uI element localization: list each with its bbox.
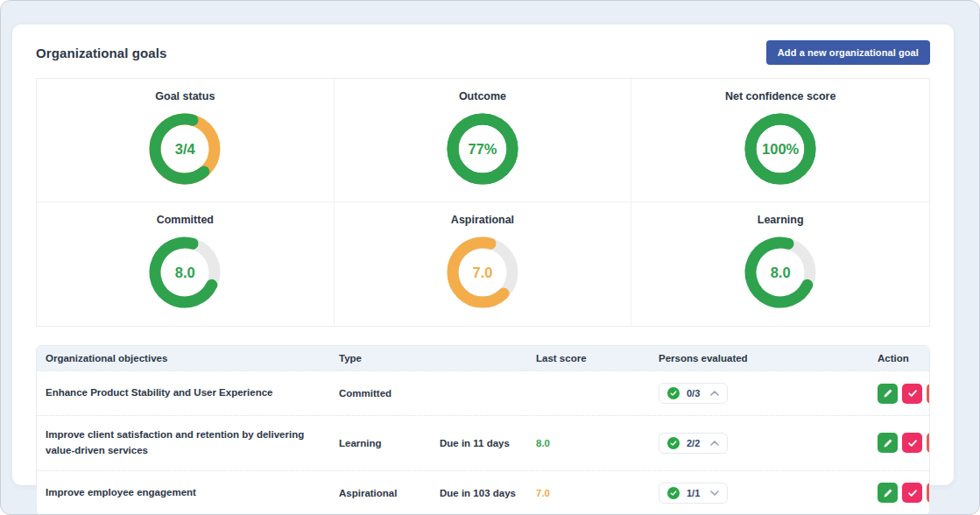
gauge-committed: Committed 8.0 [37,202,335,326]
row-actions [878,433,930,453]
gauge-label: Outcome [459,90,506,102]
objective-name: Improve employee engagement [46,485,339,501]
table-row: Enhance Product Stability and User Exper… [37,370,929,415]
gauge-value: 3/4 [145,109,225,189]
edit-button[interactable] [878,433,898,453]
objective-due: Due in 103 days [440,488,536,498]
evaluated-count: 0/3 [687,388,700,399]
header-last-score: Last score [536,353,659,363]
last-score-value: 7.0 [536,488,659,498]
header-action: Action [878,353,921,363]
row-actions [878,384,930,404]
learning-donut-chart: 8.0 [740,232,821,313]
gauge-value: 100% [740,109,821,189]
card-header: Organizational goals Add a new organizat… [36,40,930,65]
gauge-value: 8.0 [740,232,821,313]
objective-type: Aspirational [339,488,440,498]
chevron-up-icon[interactable] [710,441,719,446]
page-background: Organizational goals Add a new organizat… [0,0,980,515]
aspirational-donut-chart: 7.0 [442,232,523,313]
header-persons-evaluated: Persons evaluated [659,353,878,363]
score-button[interactable] [902,384,922,404]
net-confidence-donut-chart: 100% [740,109,821,189]
edit-button[interactable] [878,384,898,404]
last-score-value: 8.0 [536,438,659,448]
evaluated-count: 1/1 [687,488,700,498]
objective-due: Due in 11 days [440,438,536,448]
persons-evaluated-toggle[interactable]: 0/3 [659,383,728,404]
row-actions [878,483,930,503]
gauge-value: 77% [442,109,523,189]
objective-name: Improve client satisfaction and retentio… [46,427,339,459]
evaluated-check-icon [667,437,680,449]
edit-button[interactable] [878,483,898,503]
objective-type: Committed [339,388,440,399]
evaluated-check-icon [667,387,680,399]
objective-name: Enhance Product Stability and User Exper… [46,385,339,401]
objectives-table: Organizational objectives Type Last scor… [36,345,930,515]
objective-type: Learning [339,438,440,448]
committed-donut-chart: 8.0 [145,232,225,313]
chevron-up-icon[interactable] [710,391,719,396]
organizational-goals-card: Organizational goals Add a new organizat… [12,25,954,485]
gauge-label: Net confidence score [725,90,835,102]
gauge-learning: Learning 8.0 [631,202,929,326]
score-button[interactable] [902,433,922,453]
table-header-row: Organizational objectives Type Last scor… [37,346,929,370]
add-goal-button[interactable]: Add a new organizational goal [766,40,930,65]
gauge-value: 7.0 [442,232,523,313]
header-type: Type [339,353,440,363]
gauge-aspirational: Aspirational 7.0 [335,202,632,326]
evaluated-count: 2/2 [687,438,700,448]
gauge-label: Committed [157,214,214,226]
gauge-outcome: Outcome 77% [335,79,632,202]
score-button[interactable] [902,483,922,503]
gauge-net-confidence: Net confidence score 100% [631,79,929,202]
gauge-label: Goal status [155,90,215,102]
goal-status-donut-chart: 3/4 [145,109,225,189]
gauge-goal-status: Goal status 3/4 [37,79,335,202]
delete-button[interactable] [927,433,930,453]
table-row: Improve client satisfaction and retentio… [37,415,929,470]
persons-evaluated-toggle[interactable]: 1/1 [659,483,728,504]
table-row: Improve employee engagement Aspirational… [37,470,929,515]
delete-button[interactable] [927,483,930,503]
chevron-down-icon[interactable] [710,490,719,496]
header-objectives: Organizational objectives [46,353,339,363]
outcome-donut-chart: 77% [442,109,523,189]
gauge-label: Learning [758,214,804,226]
gauges-panel: Goal status 3/4 Outcome 77% Net confiden… [36,78,930,327]
gauge-label: Aspirational [451,214,514,226]
evaluated-check-icon [667,487,680,499]
page-title: Organizational goals [36,46,167,60]
gauge-value: 8.0 [145,232,225,313]
delete-button[interactable] [927,384,930,404]
persons-evaluated-toggle[interactable]: 2/2 [659,433,728,454]
